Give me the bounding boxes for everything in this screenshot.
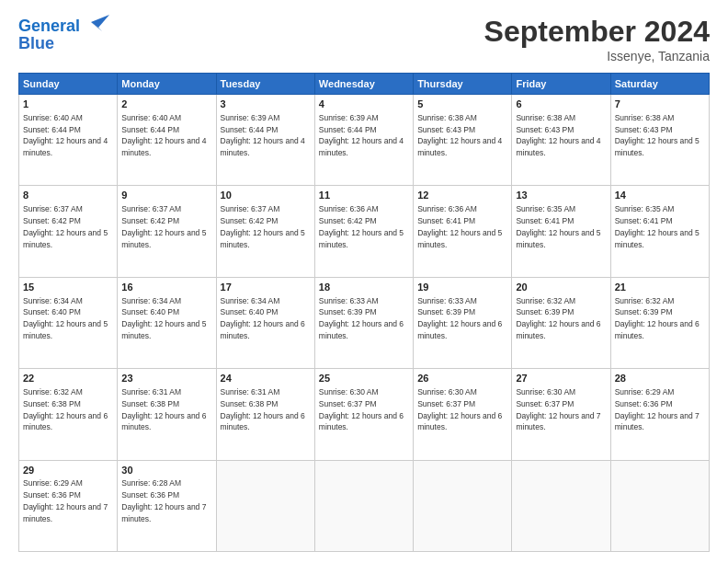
calendar-cell: 14Sunrise: 6:35 AMSunset: 6:41 PMDayligh… (610, 186, 709, 277)
day-info: Sunrise: 6:29 AMSunset: 6:36 PMDaylight:… (615, 387, 700, 431)
day-info: Sunrise: 6:36 AMSunset: 6:41 PMDaylight:… (417, 204, 502, 248)
calendar-cell: 15Sunrise: 6:34 AMSunset: 6:40 PMDayligh… (19, 277, 118, 368)
calendar-cell: 19Sunrise: 6:33 AMSunset: 6:39 PMDayligh… (414, 277, 512, 368)
day-info: Sunrise: 6:32 AMSunset: 6:39 PMDaylight:… (615, 296, 700, 340)
calendar-cell (314, 460, 413, 551)
day-info: Sunrise: 6:39 AMSunset: 6:44 PMDaylight:… (221, 113, 305, 157)
day-info: Sunrise: 6:33 AMSunset: 6:39 PMDaylight:… (319, 296, 404, 340)
day-info: Sunrise: 6:30 AMSunset: 6:37 PMDaylight:… (319, 387, 404, 431)
day-number: 13 (516, 189, 606, 202)
page: General Blue September 2024 Issenye, Tan… (0, 0, 728, 563)
week-row-5: 29Sunrise: 6:29 AMSunset: 6:36 PMDayligh… (19, 460, 710, 551)
day-number: 30 (121, 464, 211, 477)
day-number: 10 (221, 189, 311, 202)
day-number: 8 (23, 189, 113, 202)
col-header-wednesday: Wednesday (314, 74, 413, 95)
day-number: 26 (417, 372, 507, 385)
col-header-thursday: Thursday (414, 74, 512, 95)
day-number: 19 (417, 281, 507, 294)
day-info: Sunrise: 6:28 AMSunset: 6:36 PMDaylight:… (121, 478, 206, 523)
day-info: Sunrise: 6:38 AMSunset: 6:43 PMDaylight:… (516, 113, 600, 157)
day-number: 25 (319, 372, 409, 385)
day-number: 7 (615, 98, 705, 111)
day-number: 11 (319, 189, 409, 202)
day-number: 24 (221, 372, 311, 385)
day-number: 14 (615, 189, 705, 202)
day-info: Sunrise: 6:34 AMSunset: 6:40 PMDaylight:… (23, 296, 108, 340)
calendar-cell: 18Sunrise: 6:33 AMSunset: 6:39 PMDayligh… (314, 277, 413, 368)
day-number: 6 (516, 98, 606, 111)
day-info: Sunrise: 6:32 AMSunset: 6:39 PMDaylight:… (516, 296, 600, 340)
logo-text: General (18, 17, 80, 36)
calendar-cell: 16Sunrise: 6:34 AMSunset: 6:40 PMDayligh… (118, 277, 216, 368)
calendar-cell: 22Sunrise: 6:32 AMSunset: 6:38 PMDayligh… (19, 369, 118, 460)
calendar-table: SundayMondayTuesdayWednesdayThursdayFrid… (18, 73, 710, 552)
week-row-3: 15Sunrise: 6:34 AMSunset: 6:40 PMDayligh… (19, 277, 710, 368)
calendar-cell: 6Sunrise: 6:38 AMSunset: 6:43 PMDaylight… (512, 95, 610, 186)
day-number: 23 (121, 372, 211, 385)
logo-bird-icon (82, 15, 109, 39)
col-header-friday: Friday (512, 74, 610, 95)
day-number: 18 (319, 281, 409, 294)
day-info: Sunrise: 6:30 AMSunset: 6:37 PMDaylight:… (417, 387, 502, 431)
day-info: Sunrise: 6:31 AMSunset: 6:38 PMDaylight:… (121, 387, 206, 431)
calendar-cell: 27Sunrise: 6:30 AMSunset: 6:37 PMDayligh… (512, 369, 610, 460)
calendar-cell: 26Sunrise: 6:30 AMSunset: 6:37 PMDayligh… (414, 369, 512, 460)
day-number: 1 (23, 98, 113, 111)
calendar-cell: 24Sunrise: 6:31 AMSunset: 6:38 PMDayligh… (216, 369, 314, 460)
week-row-4: 22Sunrise: 6:32 AMSunset: 6:38 PMDayligh… (19, 369, 710, 460)
day-info: Sunrise: 6:34 AMSunset: 6:40 PMDaylight:… (121, 296, 206, 340)
week-row-2: 8Sunrise: 6:37 AMSunset: 6:42 PMDaylight… (19, 186, 710, 277)
day-number: 22 (23, 372, 113, 385)
logo: General Blue (18, 15, 109, 53)
calendar-cell: 7Sunrise: 6:38 AMSunset: 6:43 PMDaylight… (610, 95, 709, 186)
calendar-cell (414, 460, 512, 551)
week-row-1: 1Sunrise: 6:40 AMSunset: 6:44 PMDaylight… (19, 95, 710, 186)
day-number: 21 (615, 281, 705, 294)
day-info: Sunrise: 6:37 AMSunset: 6:42 PMDaylight:… (221, 204, 305, 248)
col-header-monday: Monday (118, 74, 216, 95)
day-number: 4 (319, 98, 409, 111)
calendar-cell: 17Sunrise: 6:34 AMSunset: 6:40 PMDayligh… (216, 277, 314, 368)
day-info: Sunrise: 6:35 AMSunset: 6:41 PMDaylight:… (615, 204, 700, 248)
col-header-tuesday: Tuesday (216, 74, 314, 95)
calendar-cell: 29Sunrise: 6:29 AMSunset: 6:36 PMDayligh… (19, 460, 118, 551)
day-number: 3 (221, 98, 311, 111)
day-info: Sunrise: 6:37 AMSunset: 6:42 PMDaylight:… (23, 204, 108, 248)
day-number: 15 (23, 281, 113, 294)
calendar-cell: 10Sunrise: 6:37 AMSunset: 6:42 PMDayligh… (216, 186, 314, 277)
calendar-cell: 12Sunrise: 6:36 AMSunset: 6:41 PMDayligh… (414, 186, 512, 277)
day-info: Sunrise: 6:30 AMSunset: 6:37 PMDaylight:… (516, 387, 600, 431)
calendar-cell (610, 460, 709, 551)
day-info: Sunrise: 6:33 AMSunset: 6:39 PMDaylight:… (417, 296, 502, 340)
location: Issenye, Tanzania (484, 49, 710, 63)
day-number: 5 (417, 98, 507, 111)
calendar-cell: 28Sunrise: 6:29 AMSunset: 6:36 PMDayligh… (610, 369, 709, 460)
calendar-cell: 9Sunrise: 6:37 AMSunset: 6:42 PMDaylight… (118, 186, 216, 277)
day-info: Sunrise: 6:36 AMSunset: 6:42 PMDaylight:… (319, 204, 404, 248)
day-number: 12 (417, 189, 507, 202)
day-info: Sunrise: 6:38 AMSunset: 6:43 PMDaylight:… (615, 113, 700, 157)
calendar-cell: 23Sunrise: 6:31 AMSunset: 6:38 PMDayligh… (118, 369, 216, 460)
day-number: 20 (516, 281, 606, 294)
day-number: 2 (121, 98, 211, 111)
day-info: Sunrise: 6:38 AMSunset: 6:43 PMDaylight:… (417, 113, 502, 157)
day-number: 9 (121, 189, 211, 202)
title-block: September 2024 Issenye, Tanzania (484, 15, 710, 63)
header-row: SundayMondayTuesdayWednesdayThursdayFrid… (19, 74, 710, 95)
calendar-cell: 20Sunrise: 6:32 AMSunset: 6:39 PMDayligh… (512, 277, 610, 368)
calendar-cell: 3Sunrise: 6:39 AMSunset: 6:44 PMDaylight… (216, 95, 314, 186)
day-info: Sunrise: 6:40 AMSunset: 6:44 PMDaylight:… (121, 113, 206, 157)
day-number: 16 (121, 281, 211, 294)
day-info: Sunrise: 6:39 AMSunset: 6:44 PMDaylight:… (319, 113, 404, 157)
day-info: Sunrise: 6:29 AMSunset: 6:36 PMDaylight:… (23, 478, 108, 523)
calendar-cell: 25Sunrise: 6:30 AMSunset: 6:37 PMDayligh… (314, 369, 413, 460)
day-info: Sunrise: 6:32 AMSunset: 6:38 PMDaylight:… (23, 387, 108, 431)
calendar-cell: 4Sunrise: 6:39 AMSunset: 6:44 PMDaylight… (314, 95, 413, 186)
day-number: 27 (516, 372, 606, 385)
col-header-saturday: Saturday (610, 74, 709, 95)
day-number: 17 (221, 281, 311, 294)
calendar-cell: 8Sunrise: 6:37 AMSunset: 6:42 PMDaylight… (19, 186, 118, 277)
calendar-cell: 30Sunrise: 6:28 AMSunset: 6:36 PMDayligh… (118, 460, 216, 551)
col-header-sunday: Sunday (19, 74, 118, 95)
